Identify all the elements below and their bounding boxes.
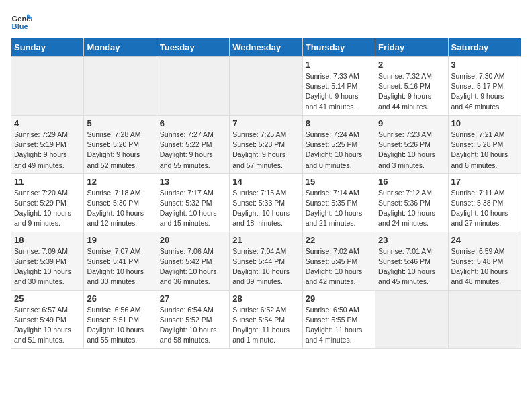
day-info: Sunrise: 6:59 AMSunset: 5:48 PMDaylight:… bbox=[451, 246, 518, 287]
calendar-cell: 10Sunrise: 7:21 AMSunset: 5:28 PMDayligh… bbox=[448, 115, 521, 173]
day-number: 12 bbox=[87, 177, 153, 187]
day-number: 9 bbox=[378, 118, 445, 128]
day-info: Sunrise: 7:33 AMSunset: 5:14 PMDaylight:… bbox=[306, 71, 372, 112]
calendar-cell: 23Sunrise: 7:01 AMSunset: 5:46 PMDayligh… bbox=[375, 232, 448, 290]
calendar-week-5: 25Sunrise: 6:57 AMSunset: 5:49 PMDayligh… bbox=[11, 290, 521, 349]
day-number: 8 bbox=[306, 118, 372, 128]
calendar-cell: 8Sunrise: 7:24 AMSunset: 5:25 PMDaylight… bbox=[302, 115, 375, 173]
day-info: Sunrise: 7:32 AMSunset: 5:16 PMDaylight:… bbox=[378, 71, 445, 112]
calendar-body: 1Sunrise: 7:33 AMSunset: 5:14 PMDaylight… bbox=[11, 57, 521, 349]
calendar-cell: 24Sunrise: 6:59 AMSunset: 5:48 PMDayligh… bbox=[448, 232, 521, 290]
calendar-table: SundayMondayTuesdayWednesdayThursdayFrid… bbox=[11, 38, 521, 349]
weekday-header-wednesday: Wednesday bbox=[230, 38, 302, 57]
day-number: 11 bbox=[14, 177, 81, 187]
calendar-cell: 15Sunrise: 7:14 AMSunset: 5:35 PMDayligh… bbox=[302, 173, 375, 232]
calendar-cell: 29Sunrise: 6:50 AMSunset: 5:55 PMDayligh… bbox=[302, 290, 375, 349]
weekday-header-sunday: Sunday bbox=[11, 38, 84, 57]
day-number: 22 bbox=[306, 235, 372, 245]
day-number: 1 bbox=[306, 60, 372, 70]
calendar-cell: 19Sunrise: 7:07 AMSunset: 5:41 PMDayligh… bbox=[84, 232, 157, 290]
calendar-cell: 21Sunrise: 7:04 AMSunset: 5:44 PMDayligh… bbox=[230, 232, 302, 290]
calendar-cell bbox=[157, 57, 229, 116]
calendar-cell: 2Sunrise: 7:32 AMSunset: 5:16 PMDaylight… bbox=[375, 57, 448, 116]
day-info: Sunrise: 7:12 AMSunset: 5:36 PMDaylight:… bbox=[378, 188, 445, 229]
calendar-cell: 26Sunrise: 6:56 AMSunset: 5:51 PMDayligh… bbox=[84, 290, 157, 349]
calendar-cell: 13Sunrise: 7:17 AMSunset: 5:32 PMDayligh… bbox=[157, 173, 229, 232]
day-info: Sunrise: 7:18 AMSunset: 5:30 PMDaylight:… bbox=[87, 188, 153, 229]
day-info: Sunrise: 7:24 AMSunset: 5:25 PMDaylight:… bbox=[306, 130, 372, 171]
day-number: 19 bbox=[87, 235, 153, 245]
page-header: General Blue bbox=[11, 11, 521, 32]
day-number: 7 bbox=[232, 118, 299, 128]
calendar-week-1: 1Sunrise: 7:33 AMSunset: 5:14 PMDaylight… bbox=[11, 57, 521, 116]
day-number: 20 bbox=[160, 235, 226, 245]
day-number: 15 bbox=[306, 177, 372, 187]
calendar-cell: 25Sunrise: 6:57 AMSunset: 5:49 PMDayligh… bbox=[11, 290, 84, 349]
calendar-cell: 28Sunrise: 6:52 AMSunset: 5:54 PMDayligh… bbox=[230, 290, 302, 349]
day-info: Sunrise: 6:50 AMSunset: 5:55 PMDaylight:… bbox=[306, 305, 372, 346]
day-info: Sunrise: 7:14 AMSunset: 5:35 PMDaylight:… bbox=[306, 188, 372, 229]
day-info: Sunrise: 7:04 AMSunset: 5:44 PMDaylight:… bbox=[232, 246, 299, 287]
day-info: Sunrise: 7:20 AMSunset: 5:29 PMDaylight:… bbox=[14, 188, 81, 229]
day-info: Sunrise: 7:30 AMSunset: 5:17 PMDaylight:… bbox=[451, 71, 518, 112]
calendar-cell: 11Sunrise: 7:20 AMSunset: 5:29 PMDayligh… bbox=[11, 173, 84, 232]
calendar-week-3: 11Sunrise: 7:20 AMSunset: 5:29 PMDayligh… bbox=[11, 173, 521, 232]
day-number: 14 bbox=[232, 177, 299, 187]
day-info: Sunrise: 6:56 AMSunset: 5:51 PMDaylight:… bbox=[87, 305, 153, 346]
day-number: 25 bbox=[14, 293, 81, 304]
day-info: Sunrise: 7:11 AMSunset: 5:38 PMDaylight:… bbox=[451, 188, 518, 229]
day-info: Sunrise: 6:57 AMSunset: 5:49 PMDaylight:… bbox=[14, 305, 81, 346]
calendar-cell: 14Sunrise: 7:15 AMSunset: 5:33 PMDayligh… bbox=[230, 173, 302, 232]
calendar-cell bbox=[375, 290, 448, 349]
calendar-cell: 16Sunrise: 7:12 AMSunset: 5:36 PMDayligh… bbox=[375, 173, 448, 232]
day-number: 6 bbox=[160, 118, 226, 128]
weekday-header-monday: Monday bbox=[84, 38, 157, 57]
weekday-row: SundayMondayTuesdayWednesdayThursdayFrid… bbox=[11, 38, 521, 57]
calendar-cell bbox=[84, 57, 157, 116]
calendar-cell: 12Sunrise: 7:18 AMSunset: 5:30 PMDayligh… bbox=[84, 173, 157, 232]
calendar-cell: 1Sunrise: 7:33 AMSunset: 5:14 PMDaylight… bbox=[302, 57, 375, 116]
weekday-header-tuesday: Tuesday bbox=[157, 38, 229, 57]
day-number: 10 bbox=[451, 118, 518, 128]
day-number: 23 bbox=[378, 235, 445, 245]
calendar-cell bbox=[448, 290, 521, 349]
weekday-header-friday: Friday bbox=[375, 38, 448, 57]
calendar-cell: 27Sunrise: 6:54 AMSunset: 5:52 PMDayligh… bbox=[157, 290, 229, 349]
calendar-cell: 6Sunrise: 7:27 AMSunset: 5:22 PMDaylight… bbox=[157, 115, 229, 173]
svg-text:Blue: Blue bbox=[12, 22, 28, 30]
day-number: 21 bbox=[232, 235, 299, 245]
day-number: 4 bbox=[14, 118, 81, 128]
calendar-cell bbox=[230, 57, 302, 116]
day-number: 17 bbox=[451, 177, 518, 187]
day-info: Sunrise: 7:15 AMSunset: 5:33 PMDaylight:… bbox=[232, 188, 299, 229]
day-number: 29 bbox=[306, 293, 372, 304]
weekday-header-saturday: Saturday bbox=[448, 38, 521, 57]
calendar-cell: 22Sunrise: 7:02 AMSunset: 5:45 PMDayligh… bbox=[302, 232, 375, 290]
logo: General Blue bbox=[11, 11, 35, 32]
day-number: 13 bbox=[160, 177, 226, 187]
calendar-cell bbox=[11, 57, 84, 116]
day-number: 18 bbox=[14, 235, 81, 245]
day-info: Sunrise: 6:54 AMSunset: 5:52 PMDaylight:… bbox=[160, 305, 226, 346]
day-info: Sunrise: 7:17 AMSunset: 5:32 PMDaylight:… bbox=[160, 188, 226, 229]
day-number: 16 bbox=[378, 177, 445, 187]
day-info: Sunrise: 7:29 AMSunset: 5:19 PMDaylight:… bbox=[14, 130, 81, 171]
calendar-cell: 18Sunrise: 7:09 AMSunset: 5:39 PMDayligh… bbox=[11, 232, 84, 290]
calendar-cell: 17Sunrise: 7:11 AMSunset: 5:38 PMDayligh… bbox=[448, 173, 521, 232]
day-info: Sunrise: 7:01 AMSunset: 5:46 PMDaylight:… bbox=[378, 246, 445, 287]
day-info: Sunrise: 7:09 AMSunset: 5:39 PMDaylight:… bbox=[14, 246, 81, 287]
day-info: Sunrise: 7:07 AMSunset: 5:41 PMDaylight:… bbox=[87, 246, 153, 287]
day-number: 5 bbox=[87, 118, 153, 128]
day-number: 26 bbox=[87, 293, 153, 304]
logo-icon: General Blue bbox=[11, 11, 32, 32]
day-info: Sunrise: 7:27 AMSunset: 5:22 PMDaylight:… bbox=[160, 130, 226, 171]
calendar-week-2: 4Sunrise: 7:29 AMSunset: 5:19 PMDaylight… bbox=[11, 115, 521, 173]
day-info: Sunrise: 6:52 AMSunset: 5:54 PMDaylight:… bbox=[232, 305, 299, 346]
calendar-cell: 3Sunrise: 7:30 AMSunset: 5:17 PMDaylight… bbox=[448, 57, 521, 116]
calendar-cell: 4Sunrise: 7:29 AMSunset: 5:19 PMDaylight… bbox=[11, 115, 84, 173]
day-number: 3 bbox=[451, 60, 518, 70]
calendar-header: SundayMondayTuesdayWednesdayThursdayFrid… bbox=[11, 38, 521, 57]
day-info: Sunrise: 7:28 AMSunset: 5:20 PMDaylight:… bbox=[87, 130, 153, 171]
weekday-header-thursday: Thursday bbox=[302, 38, 375, 57]
day-number: 24 bbox=[451, 235, 518, 245]
